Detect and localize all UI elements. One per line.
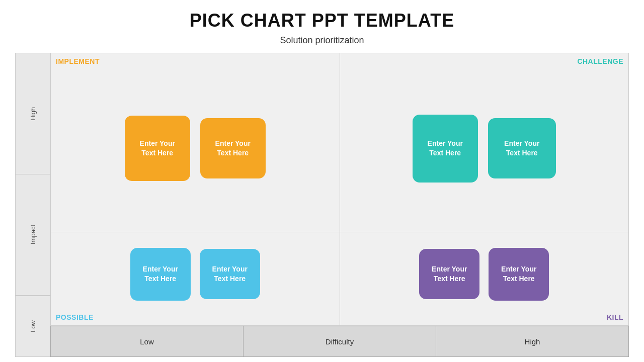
implement-label: IMPLEMENT: [56, 57, 100, 65]
possible-label: POSSIBLE: [56, 313, 94, 321]
y-low-label: Low: [29, 320, 37, 332]
kill-card-1[interactable]: Enter Your Text Here: [419, 249, 479, 299]
y-impact-label: Impact: [29, 225, 37, 244]
y-axis: High Impact Low: [15, 53, 50, 357]
y-high-label: High: [29, 107, 37, 121]
kill-card-2[interactable]: Enter Your Text Here: [489, 248, 549, 301]
page: PICK CHART PPT TEMPLATE Solution priorit…: [0, 0, 644, 362]
challenge-label: CHALLENGE: [577, 57, 623, 65]
implement-card-2[interactable]: Enter Your Text Here: [200, 118, 266, 178]
x-middle: Difficulty: [243, 326, 436, 357]
possible-card-2[interactable]: Enter Your Text Here: [200, 249, 260, 299]
kill-quadrant: KILL Enter Your Text Here Enter Your Tex…: [340, 232, 629, 325]
possible-cards: Enter Your Text Here Enter Your Text Her…: [55, 236, 336, 321]
y-impact: Impact: [16, 174, 50, 296]
x-middle-label: Difficulty: [326, 337, 354, 346]
col-right: CHALLENGE Enter Your Text Here Enter You…: [340, 53, 629, 325]
challenge-card-1[interactable]: Enter Your Text Here: [413, 115, 478, 183]
possible-card-1[interactable]: Enter Your Text Here: [130, 248, 191, 301]
x-low: Low: [50, 326, 243, 357]
y-low: Low: [16, 296, 50, 356]
implement-cards: Enter Your Text Here Enter Your Text Her…: [55, 57, 336, 228]
x-high-label: High: [525, 337, 540, 346]
kill-label: KILL: [607, 313, 623, 321]
quadrants-area: IMPLEMENT Enter Your Text Here Enter You…: [50, 53, 629, 326]
challenge-card-2[interactable]: Enter Your Text Here: [488, 118, 556, 178]
page-subtitle: Solution prioritization: [280, 35, 364, 46]
x-low-label: Low: [140, 337, 154, 346]
x-axis: Low Difficulty High: [50, 326, 629, 357]
challenge-cards: Enter Your Text Here Enter Your Text Her…: [344, 57, 625, 228]
possible-quadrant: POSSIBLE Enter Your Text Here Enter Your…: [51, 232, 340, 325]
y-high: High: [16, 53, 50, 174]
col-left: IMPLEMENT Enter Your Text Here Enter You…: [51, 53, 340, 325]
implement-card-1[interactable]: Enter Your Text Here: [125, 116, 190, 181]
x-high: High: [436, 326, 629, 357]
implement-quadrant: IMPLEMENT Enter Your Text Here Enter You…: [51, 53, 340, 232]
page-title: PICK CHART PPT TEMPLATE: [190, 10, 454, 31]
challenge-quadrant: CHALLENGE Enter Your Text Here Enter You…: [340, 53, 629, 232]
kill-cards: Enter Your Text Here Enter Your Text Her…: [344, 236, 625, 321]
